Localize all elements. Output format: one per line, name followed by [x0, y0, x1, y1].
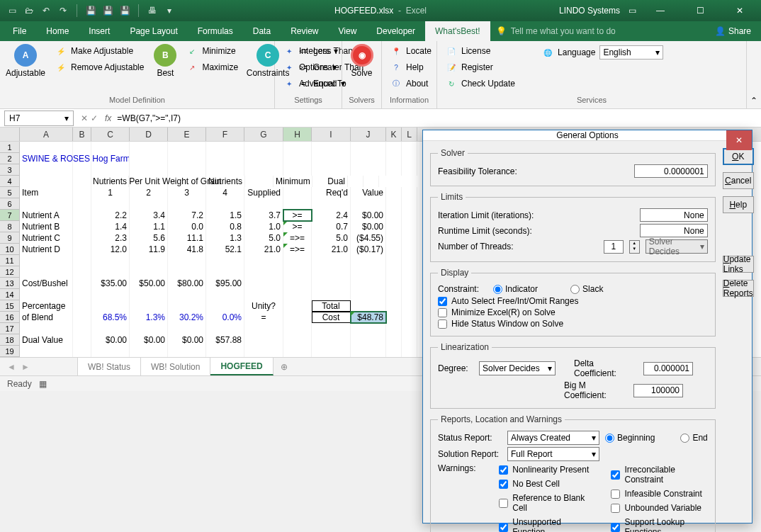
locate-button[interactable]: 📍Locate [388, 44, 434, 58]
remove-adjustable-button[interactable]: ⚡Remove Adjustable [52, 60, 147, 74]
cell-F10[interactable]: 52.1 [206, 244, 244, 255]
cell-D5[interactable]: 2 [130, 187, 168, 198]
hide-status-checkbox[interactable] [438, 319, 447, 329]
cell-A17[interactable] [20, 323, 73, 334]
cell-G9[interactable]: 5.0 [244, 232, 283, 244]
make-adjustable-button[interactable]: ⚡Make Adjustable [52, 44, 147, 58]
sheet-nav-prev-icon[interactable]: ◄ [7, 362, 16, 372]
cell-C15[interactable] [91, 300, 130, 312]
cell-D16[interactable]: 1.3% [130, 312, 168, 323]
cell-D8[interactable]: 1.1 [130, 221, 168, 232]
cell-C3[interactable] [91, 164, 130, 176]
select-all-corner[interactable] [0, 128, 20, 141]
cell-L4[interactable] [363, 176, 379, 187]
cell-L1[interactable] [402, 142, 417, 153]
cell-C9[interactable]: 2.3 [91, 232, 130, 244]
cell-J12[interactable] [351, 266, 386, 278]
row-header[interactable]: 4 [0, 176, 20, 187]
row-header[interactable]: 2 [0, 153, 20, 164]
cell-I1[interactable] [312, 142, 351, 153]
cell-A12[interactable] [20, 266, 73, 278]
row-header[interactable]: 9 [0, 232, 20, 244]
cell-F18[interactable]: $57.88 [206, 334, 244, 346]
cell-K8[interactable] [386, 221, 402, 232]
row-header[interactable]: 3 [0, 164, 20, 176]
dropdown-icon[interactable]: ▾ [163, 4, 176, 17]
solution-report-select[interactable]: Full Report▾ [507, 447, 599, 461]
cell-E10[interactable]: 41.8 [168, 244, 206, 255]
cell-B12[interactable] [73, 266, 91, 278]
cell-C12[interactable] [91, 266, 130, 278]
print-icon[interactable]: 🖶 [146, 4, 159, 17]
cell-G19[interactable] [244, 346, 283, 357]
cell-J13[interactable] [351, 278, 386, 289]
col-header[interactable]: A [20, 128, 73, 141]
cell-A8[interactable]: Nutrient B [20, 221, 73, 232]
beginning-radio[interactable] [605, 434, 614, 443]
col-header[interactable]: B [73, 128, 91, 141]
cell-K13[interactable] [386, 278, 402, 289]
cell-H3[interactable] [283, 164, 312, 176]
cell-F5[interactable]: 4 [206, 187, 244, 198]
collapse-ribbon-button[interactable]: ⌃ [747, 41, 761, 108]
cell-J1[interactable] [351, 142, 386, 153]
advanced-button[interactable]: ✦Advanced ▾ [281, 77, 348, 91]
cell-E12[interactable] [168, 266, 206, 278]
cell-D14[interactable] [130, 289, 168, 300]
new-sheet-button[interactable]: ⊕ [274, 358, 295, 375]
delete-reports-button[interactable]: Delete Reports [723, 280, 754, 297]
cell-B11[interactable] [73, 255, 91, 266]
cell-I10[interactable]: 21.0 [312, 244, 351, 255]
cell-H14[interactable] [283, 289, 312, 300]
row-header[interactable]: 11 [0, 255, 20, 266]
save-icon[interactable]: 💾 [84, 4, 97, 17]
sheet-tab-hogfeed[interactable]: HOGFEED [210, 358, 273, 375]
cell-B8[interactable] [73, 221, 91, 232]
cell-K14[interactable] [386, 289, 402, 300]
cell-D11[interactable] [130, 255, 168, 266]
cell-I18[interactable] [312, 334, 351, 346]
saveas-icon[interactable]: 💾 [118, 4, 131, 17]
row-header[interactable]: 18 [0, 334, 20, 346]
check-update-button[interactable]: ↻Check Update [443, 77, 518, 91]
col-header[interactable]: K [386, 128, 402, 141]
cell-K5[interactable] [386, 187, 402, 198]
cell-J6[interactable] [351, 198, 386, 210]
cell-G15[interactable]: Unity? [244, 300, 283, 312]
cell-B4[interactable] [73, 176, 91, 187]
cell-G12[interactable] [244, 266, 283, 278]
cell-J3[interactable] [351, 164, 386, 176]
name-box[interactable]: H7▾ [4, 111, 74, 126]
warn-unsup-checkbox[interactable] [499, 523, 508, 532]
cell-L16[interactable] [402, 312, 417, 323]
cell-C16[interactable]: 68.5% [91, 312, 130, 323]
cell-G5[interactable]: Supplied [244, 187, 283, 198]
cell-A11[interactable] [20, 255, 73, 266]
cell-C18[interactable]: $0.00 [91, 334, 130, 346]
cell-K16[interactable] [386, 312, 402, 323]
cell-J8[interactable]: $0.00 [351, 221, 386, 232]
saveall-icon[interactable]: 💾 [101, 4, 114, 17]
cell-L15[interactable] [402, 300, 417, 312]
cell-B19[interactable] [73, 346, 91, 357]
cell-B9[interactable] [73, 232, 91, 244]
cell-I7[interactable]: 2.4 [312, 210, 351, 221]
cell-I16[interactable]: Cost [312, 312, 351, 323]
cell-J17[interactable] [351, 323, 386, 334]
cell-F12[interactable] [206, 266, 244, 278]
cell-E18[interactable]: $0.00 [168, 334, 206, 346]
col-header[interactable]: F [206, 128, 244, 141]
cell-B6[interactable] [73, 198, 91, 210]
cell-C14[interactable] [91, 289, 130, 300]
cell-D13[interactable]: $50.00 [130, 278, 168, 289]
runtime-input[interactable] [640, 224, 708, 237]
cell-L18[interactable] [402, 334, 417, 346]
degree-select[interactable]: Solver Decides▾ [479, 361, 556, 375]
cell-I6[interactable] [312, 198, 351, 210]
cell-B17[interactable] [73, 323, 91, 334]
cell-H18[interactable] [283, 334, 312, 346]
cell-E3[interactable] [168, 164, 206, 176]
warn-nonlin-checkbox[interactable] [499, 465, 508, 475]
row-header[interactable]: 17 [0, 323, 20, 334]
cell-H5[interactable] [283, 187, 312, 198]
